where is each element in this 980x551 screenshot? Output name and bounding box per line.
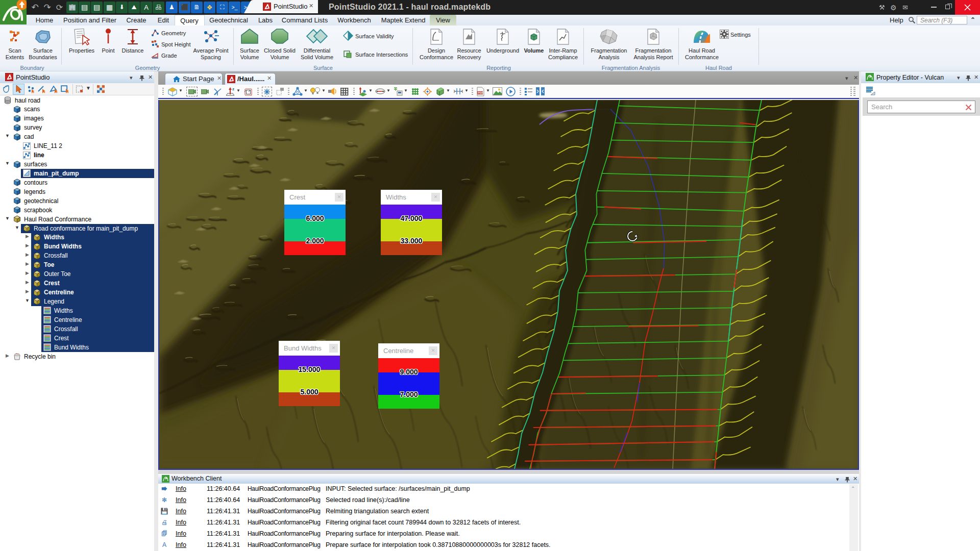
svg-text:PDF: PDF xyxy=(478,91,484,94)
svg-text:z: z xyxy=(232,87,234,91)
